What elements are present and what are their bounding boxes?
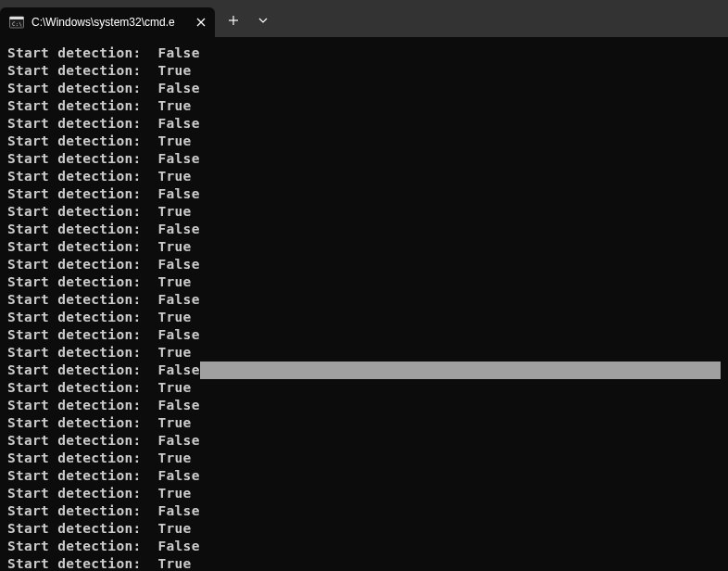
terminal-line: Start detection: False xyxy=(7,326,721,344)
terminal-line: Start detection: True xyxy=(7,414,721,432)
terminal-line: Start detection: True xyxy=(7,520,721,538)
terminal-line: Start detection: False xyxy=(7,115,721,133)
terminal-line: Start detection: True xyxy=(7,309,721,326)
terminal-output[interactable]: Start detection: FalseStart detection: T… xyxy=(0,37,728,571)
terminal-line: Start detection: False xyxy=(7,44,721,62)
terminal-line: Start detection: False xyxy=(7,432,721,450)
selection-highlight xyxy=(200,362,721,379)
terminal-line: Start detection: True xyxy=(7,344,721,362)
terminal-line: Start detection: True xyxy=(7,450,721,467)
terminal-line: Start detection: True xyxy=(7,555,721,571)
terminal-line: Start detection: False xyxy=(7,397,721,414)
terminal-line: Start detection: False xyxy=(7,291,721,309)
tab-title: C:\Windows\system32\cmd.e xyxy=(31,16,185,29)
terminal-line: Start detection: True xyxy=(7,97,721,115)
tab-close-button[interactable] xyxy=(193,14,209,31)
terminal-line: Start detection: True xyxy=(7,273,721,291)
terminal-line: Start detection: False xyxy=(7,150,721,168)
terminal-line: Start detection: False xyxy=(7,256,721,273)
terminal-line: Start detection: False xyxy=(7,538,721,555)
new-tab-button[interactable] xyxy=(219,6,248,35)
titlebar-actions xyxy=(215,0,278,37)
terminal-line: Start detection: True xyxy=(7,203,721,221)
terminal-line: Start detection: True xyxy=(7,238,721,256)
terminal-line: Start detection: True xyxy=(7,168,721,185)
terminal-line: Start detection: False xyxy=(7,362,721,379)
window-titlebar: C:\ C:\Windows\system32\cmd.e xyxy=(0,0,728,37)
terminal-line: Start detection: False xyxy=(7,467,721,485)
tab-dropdown-button[interactable] xyxy=(248,6,278,35)
terminal-line: Start detection: True xyxy=(7,62,721,80)
terminal-line: Start detection: False xyxy=(7,221,721,238)
terminal-line: Start detection: True xyxy=(7,379,721,397)
terminal-line: Start detection: False xyxy=(7,185,721,203)
terminal-text: Start detection: False xyxy=(7,362,200,379)
terminal-line: Start detection: False xyxy=(7,502,721,520)
terminal-line: Start detection: False xyxy=(7,80,721,97)
terminal-line: Start detection: True xyxy=(7,485,721,502)
cmd-icon: C:\ xyxy=(9,15,24,30)
terminal-tab[interactable]: C:\ C:\Windows\system32\cmd.e xyxy=(0,7,215,37)
svg-text:C:\: C:\ xyxy=(12,20,22,27)
terminal-line: Start detection: True xyxy=(7,133,721,150)
